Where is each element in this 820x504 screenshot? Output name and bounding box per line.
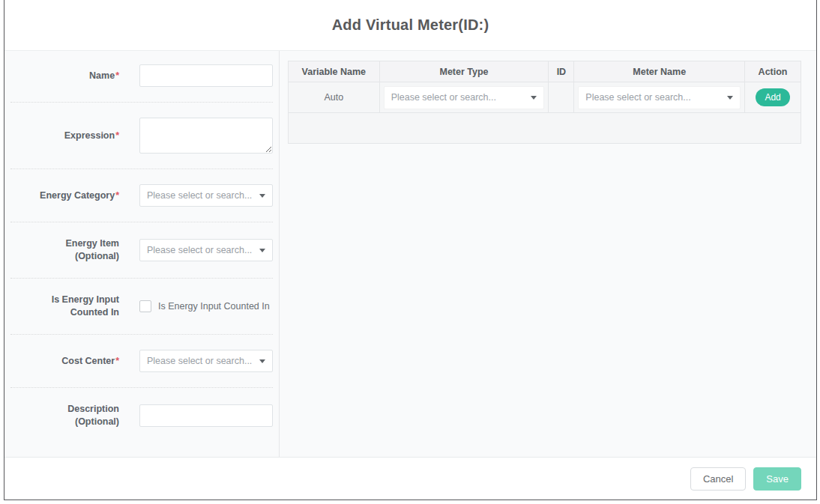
add-virtual-meter-dialog: Add Virtual Meter(ID:) Name* Expression*… — [4, 0, 817, 500]
description-label: Description (Optional) — [10, 403, 119, 428]
required-asterisk: * — [115, 130, 119, 141]
dialog-body: Name* Expression* Energy Category* Pleas… — [4, 50, 816, 458]
expression-variables-table: Variable Name Meter Type ID Meter Name A… — [288, 61, 801, 144]
table-row: Auto Please select or search... Pl — [289, 82, 801, 113]
form-row-cost-center: Cost Center* Please select or search... — [10, 335, 273, 388]
meter-type-cell: Please select or search... — [379, 82, 549, 113]
col-header-meter-type: Meter Type — [379, 61, 549, 82]
meter-name-select[interactable]: Please select or search... — [578, 86, 741, 109]
required-asterisk: * — [115, 70, 119, 81]
col-header-action: Action — [745, 61, 801, 82]
name-label: Name* — [10, 70, 119, 82]
is-energy-input-checkbox-label: Is Energy Input Counted In — [158, 301, 270, 312]
meter-type-placeholder: Please select or search... — [391, 92, 496, 103]
dialog-footer: Cancel Save — [4, 458, 816, 500]
chevron-down-icon — [259, 194, 265, 198]
energy-category-label: Energy Category* — [10, 189, 119, 202]
energy-category-select[interactable]: Please select or search... — [139, 184, 273, 207]
screen: Add Virtual Meter(ID:) Name* Expression*… — [0, 0, 820, 504]
action-cell: Add — [745, 82, 801, 113]
virtual-meter-form: Name* Expression* Energy Category* Pleas… — [4, 51, 280, 457]
form-row-name: Name* — [10, 64, 273, 103]
energy-item-label: Energy Item (Optional) — [10, 237, 119, 263]
col-header-variable-name: Variable Name — [289, 61, 380, 82]
cancel-button[interactable]: Cancel — [690, 467, 746, 491]
table-spacer-row — [289, 113, 801, 144]
meter-name-placeholder: Please select or search... — [585, 92, 690, 103]
is-energy-input-checkbox-group: Is Energy Input Counted In — [139, 300, 279, 312]
page-title: Add Virtual Meter(ID:) — [332, 16, 489, 34]
required-asterisk: * — [115, 356, 119, 366]
add-variable-button[interactable]: Add — [756, 88, 789, 106]
energy-item-select[interactable]: Please select or search... — [139, 239, 273, 261]
meter-type-select[interactable]: Please select or search... — [384, 86, 545, 109]
name-input[interactable] — [139, 64, 273, 87]
form-row-energy-item: Energy Item (Optional) Please select or … — [10, 222, 273, 279]
form-row-energy-category: Energy Category* Please select or search… — [10, 169, 273, 222]
dialog-header: Add Virtual Meter(ID:) — [4, 0, 816, 50]
cost-center-label: Cost Center* — [10, 355, 119, 368]
energy-category-placeholder: Please select or search... — [147, 190, 252, 201]
expression-label: Expression* — [10, 130, 119, 142]
table-header-row: Variable Name Meter Type ID Meter Name A… — [289, 61, 801, 82]
cost-center-select[interactable]: Please select or search... — [139, 350, 273, 372]
id-cell — [549, 82, 574, 113]
description-input[interactable] — [139, 404, 273, 427]
is-energy-input-checkbox[interactable] — [139, 300, 151, 312]
form-row-expression: Expression* — [10, 103, 273, 169]
form-row-is-energy-input: Is Energy Input Counted In Is Energy Inp… — [10, 279, 273, 335]
chevron-down-icon — [259, 249, 265, 252]
form-row-description: Description (Optional) — [10, 388, 273, 443]
variable-name-cell: Auto — [289, 82, 380, 113]
expression-textarea[interactable] — [139, 118, 273, 154]
energy-item-placeholder: Please select or search... — [147, 245, 252, 255]
expression-variables-panel: Variable Name Meter Type ID Meter Name A… — [280, 51, 816, 457]
is-energy-input-label: Is Energy Input Counted In — [10, 294, 119, 319]
col-header-id: ID — [549, 61, 574, 82]
chevron-down-icon — [259, 359, 265, 363]
chevron-down-icon — [531, 96, 537, 100]
save-button[interactable]: Save — [753, 467, 801, 491]
cost-center-placeholder: Please select or search... — [147, 356, 252, 366]
required-asterisk: * — [115, 190, 119, 201]
meter-name-cell: Please select or search... — [574, 82, 745, 113]
chevron-down-icon — [727, 96, 733, 100]
col-header-meter-name: Meter Name — [574, 61, 745, 82]
